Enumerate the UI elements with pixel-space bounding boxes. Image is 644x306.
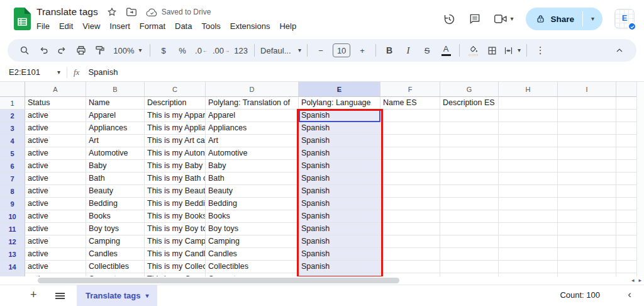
row-header-2[interactable]: 2	[0, 110, 25, 122]
menu-data[interactable]: Data	[175, 21, 192, 31]
column-header-F[interactable]: F	[380, 82, 440, 97]
row-header-5[interactable]: 5	[0, 147, 25, 160]
document-title[interactable]: Translate tags	[36, 6, 98, 18]
cell-G9[interactable]	[440, 198, 499, 210]
column-header-E[interactable]: E	[299, 82, 380, 97]
column-header-H[interactable]: H	[499, 82, 558, 97]
cell-H1[interactable]	[499, 97, 558, 110]
bold-button[interactable]: B	[382, 42, 397, 59]
row-header-8[interactable]: 8	[0, 185, 25, 198]
cell-B13[interactable]: Candles	[86, 248, 145, 261]
cell-H5[interactable]	[499, 147, 558, 160]
format-currency-button[interactable]: $	[156, 42, 171, 59]
formula-input[interactable]: Spanish	[88, 67, 118, 77]
cell-B8[interactable]: Beauty	[86, 185, 145, 198]
cell-E13[interactable]: Spanish	[299, 248, 380, 261]
cell-D9[interactable]: Bedding	[206, 198, 299, 210]
cell-E6[interactable]: Spanish	[299, 160, 380, 173]
cell-A3[interactable]: active	[25, 122, 86, 135]
menu-insert[interactable]: Insert	[109, 21, 130, 31]
cell-H8[interactable]	[499, 185, 558, 198]
menu-format[interactable]: Format	[140, 21, 165, 31]
account-avatar[interactable]: E	[615, 9, 634, 28]
row-header-1[interactable]: 1	[0, 97, 25, 110]
cell-A12[interactable]: active	[25, 235, 86, 248]
cell-C14[interactable]: This is my Collec	[145, 261, 206, 273]
cell-B5[interactable]: Automotive	[86, 147, 145, 160]
version-history-icon[interactable]	[443, 13, 456, 26]
more-toolbar-options-button[interactable]: ⋮	[533, 42, 548, 59]
cell-B14[interactable]: Collectibles	[86, 261, 145, 273]
cell-A9[interactable]: active	[25, 198, 86, 210]
print-icon[interactable]	[74, 42, 89, 59]
cell-A6[interactable]: active	[25, 160, 86, 173]
cell-G7[interactable]	[440, 173, 499, 185]
cell-E11[interactable]: Spanish	[299, 223, 380, 235]
fill-color-button[interactable]	[465, 42, 480, 59]
cell-H3[interactable]	[499, 122, 558, 135]
cell-F14[interactable]	[380, 261, 440, 273]
scroll-right-icon[interactable]: ▸	[638, 277, 641, 283]
saved-to-drive-button[interactable]: Saved to Drive	[146, 8, 211, 17]
cell-D8[interactable]: Beauty	[206, 185, 299, 198]
column-header-C[interactable]: C	[145, 82, 206, 97]
cell-I5[interactable]	[558, 147, 616, 160]
cell-H13[interactable]	[499, 248, 558, 261]
cell-C6[interactable]: This is my Baby	[145, 160, 206, 173]
row-header-13[interactable]: 13	[0, 248, 25, 261]
cell-F13[interactable]	[380, 248, 440, 261]
cell-H10[interactable]	[499, 210, 558, 223]
name-box[interactable]: E2:E101 ▾	[9, 67, 60, 77]
cell-D13[interactable]: Candles	[206, 248, 299, 261]
row-header-9[interactable]: 9	[0, 198, 25, 210]
add-sheet-button[interactable]: +	[30, 288, 37, 302]
cell-B2[interactable]: Apparel	[86, 110, 145, 122]
row-header-11[interactable]: 11	[0, 223, 25, 235]
cell-A8[interactable]: active	[25, 185, 86, 198]
font-size-input[interactable]: 10	[333, 43, 350, 57]
horizontal-scrollbar-thumb[interactable]	[38, 278, 399, 283]
star-icon[interactable]	[107, 7, 117, 17]
comments-icon[interactable]	[469, 13, 481, 25]
cell-B10[interactable]: Books	[86, 210, 145, 223]
cell-G6[interactable]	[440, 160, 499, 173]
cell-B12[interactable]: Camping	[86, 235, 145, 248]
cell-G4[interactable]	[440, 135, 499, 147]
decrease-font-size-button[interactable]: −	[313, 42, 328, 59]
cell-D6[interactable]: Baby	[206, 160, 299, 173]
cell-E14[interactable]: Spanish	[299, 261, 380, 273]
collapse-toolbar-icon[interactable]	[612, 42, 627, 59]
cell-G1[interactable]: Description ES	[440, 97, 499, 110]
decrease-decimal-button[interactable]: .0←	[194, 42, 209, 59]
paint-format-icon[interactable]	[92, 42, 108, 59]
row-header-7[interactable]: 7	[0, 173, 25, 185]
search-icon[interactable]	[17, 42, 32, 59]
cell-C4[interactable]: This is my Art ca	[145, 135, 206, 147]
font-select[interactable]: Defaul... ▾	[260, 42, 301, 59]
increase-decimal-button[interactable]: .00→	[213, 42, 230, 59]
cell-B11[interactable]: Boy toys	[86, 223, 145, 235]
sheets-logo-icon[interactable]	[14, 8, 31, 30]
sheet-tab-active[interactable]: Translate tags ▾	[77, 285, 157, 306]
cell-B1[interactable]: Name	[86, 97, 145, 110]
cell-B3[interactable]: Appliances	[86, 122, 145, 135]
cell-H12[interactable]	[499, 235, 558, 248]
share-button[interactable]: Share ▾	[526, 8, 602, 30]
cell-C7[interactable]: This is my Bath c	[145, 173, 206, 185]
row-header-12[interactable]: 12	[0, 235, 25, 248]
zoom-select[interactable]: 100% ▾	[111, 42, 144, 59]
cell-C5[interactable]: This is my Auton	[145, 147, 206, 160]
menu-tools[interactable]: Tools	[201, 21, 220, 31]
cell-H6[interactable]	[499, 160, 558, 173]
cell-D4[interactable]: Art	[206, 135, 299, 147]
cell-B9[interactable]: Bedding	[86, 198, 145, 210]
increase-font-size-button[interactable]: +	[355, 42, 370, 59]
cell-F2[interactable]	[380, 110, 440, 122]
cell-H11[interactable]	[499, 223, 558, 235]
text-color-button[interactable]: A	[438, 42, 453, 59]
cell-C9[interactable]: This is my Beddi	[145, 198, 206, 210]
vertical-scrollbar[interactable]	[636, 82, 644, 277]
cell-A4[interactable]: active	[25, 135, 86, 147]
cell-D5[interactable]: Automotive	[206, 147, 299, 160]
menu-edit[interactable]: Edit	[59, 21, 73, 31]
